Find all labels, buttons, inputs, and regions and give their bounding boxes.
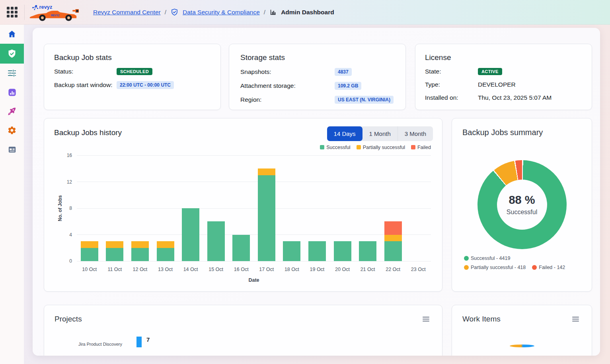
sidebar-item-reports[interactable] [0, 83, 24, 102]
revyz-logo[interactable]: revyz REVYZ [29, 3, 80, 21]
revyz-car-logo-icon: revyz REVYZ [29, 3, 80, 21]
history-x-axis-label: Date [77, 277, 431, 283]
breadcrumb: Revyz Command Center / Data Security & C… [93, 8, 334, 16]
top-header: revyz REVYZ Revyz Command Center / Data … [0, 0, 610, 25]
svg-text:REVYZ: REVYZ [51, 14, 59, 16]
journal-icon [8, 145, 17, 154]
projects-card: Projects Jira Product Discovery 7 [44, 305, 442, 356]
sidebar-item-data-security[interactable] [0, 44, 24, 64]
summary-legend: Successful - 4419Partially successful - … [464, 256, 583, 270]
donut-center: 88 % Successful [497, 180, 547, 230]
summary-legend-item: Failed - 142 [532, 265, 565, 270]
license-installed-label: Installed on: [425, 94, 478, 101]
projects-bar-row: Jira Product Discovery 7 [44, 336, 442, 347]
rocket-icon [7, 106, 17, 116]
status-badge: SCHEDULED [117, 68, 152, 75]
project-bar [136, 337, 142, 347]
bar-chart-square-icon [8, 88, 17, 97]
projects-menu-icon[interactable] [422, 316, 430, 323]
region-value-badge: US EAST (N. VIRGINIA) [335, 96, 394, 104]
shield-check-icon [170, 8, 179, 16]
project-category-label: Jira Product Discovery [44, 342, 122, 347]
backup-jobs-summary-card: Backup Jobs summary 88 % Successful Succ… [452, 118, 592, 292]
breadcrumb-separator: / [165, 9, 166, 16]
work-items-card: Work Items [452, 305, 592, 356]
backup-jobs-summary-title: Backup Jobs summary [462, 128, 543, 137]
app-grid-button[interactable] [7, 7, 18, 17]
license-state-label: State: [425, 68, 478, 75]
backup-window-badge: 22:00 UTC - 00:00 UTC [117, 81, 174, 89]
bar-chart-icon [269, 8, 277, 16]
license-type-value: DEVELOPER [478, 81, 516, 88]
sidebar-item-configuration[interactable] [0, 64, 24, 83]
sidebar [0, 25, 24, 364]
summary-donut-chart: 88 % Successful [477, 160, 567, 249]
backup-job-stats-title: Backup Job stats [54, 53, 210, 62]
work-items-pie-sliver [510, 345, 534, 347]
sidebar-item-launch[interactable] [0, 102, 24, 121]
license-title: License [425, 53, 582, 62]
breadcrumb-separator: / [264, 9, 265, 16]
license-state-badge: ACTIVE [478, 68, 502, 75]
gear-icon [7, 126, 17, 135]
shield-check-icon [7, 48, 17, 59]
header-divider [24, 5, 25, 20]
history-chart-legend: SuccessfulPartially successfulFailed [320, 145, 431, 150]
sidebar-item-settings[interactable] [0, 121, 24, 140]
history-y-ticks: 0481216 [54, 155, 72, 261]
work-items-menu-icon[interactable] [571, 316, 580, 323]
summary-legend-item: Successful - 4419 [464, 256, 583, 261]
main-panel: Backup Job stats Status: SCHEDULED Backu… [33, 28, 600, 356]
history-stacked-bar-chart: No. of Jobs 0481216 10 Oct11 Oct12 Oct13… [54, 153, 434, 284]
attachment-storage-label: Attachment storage: [240, 82, 335, 89]
snapshots-value-badge: 4837 [335, 68, 352, 76]
license-type-label: Type: [425, 81, 478, 88]
project-bar-value: 7 [146, 336, 150, 343]
backup-window-label: Backup start window: [54, 81, 117, 89]
breadcrumb-link-data-security[interactable]: Data Security & Compliance [183, 9, 260, 16]
attachment-storage-value-badge: 109.2 GB [335, 82, 361, 90]
tab-14-days[interactable]: 14 Days [327, 126, 362, 141]
storage-stats-card: Storage stats Snapshots: 4837 Attachment… [229, 44, 406, 110]
svg-text:revyz: revyz [39, 4, 53, 10]
tab-3-month[interactable]: 3 Month [398, 126, 433, 141]
snapshots-label: Snapshots: [240, 68, 335, 76]
backup-jobs-history-card: Backup Jobs history 14 Days 1 Month 3 Mo… [44, 118, 442, 292]
status-label: Status: [54, 68, 117, 75]
region-label: Region: [240, 96, 335, 103]
donut-percent-label: Successful [507, 209, 537, 216]
summary-legend-item: Partially successful - 418 [464, 265, 526, 270]
history-plot-area [77, 155, 431, 261]
work-items-title: Work Items [462, 315, 501, 323]
storage-stats-title: Storage stats [240, 53, 394, 62]
sidebar-item-audit-log[interactable] [0, 140, 24, 159]
breadcrumb-current-admin-dashboard: Admin Dashboard [281, 9, 334, 16]
license-installed-value: Thu, Oct 23, 2025 5:07 AM [478, 94, 552, 101]
donut-percent-value: 88 % [509, 194, 535, 207]
projects-title: Projects [55, 315, 82, 323]
sliders-icon [7, 68, 17, 78]
sidebar-item-home[interactable] [0, 25, 24, 44]
tab-1-month[interactable]: 1 Month [362, 126, 398, 141]
history-x-ticks: 10 Oct11 Oct12 Oct13 Oct14 Oct15 Oct16 O… [77, 267, 431, 273]
home-icon [7, 29, 17, 39]
breadcrumb-link-command-center[interactable]: Revyz Command Center [93, 9, 161, 16]
backup-jobs-history-title: Backup Jobs history [54, 128, 122, 137]
license-card: License State: ACTIVE Type: DEVELOPER In… [415, 44, 592, 110]
backup-job-stats-card: Backup Job stats Status: SCHEDULED Backu… [44, 44, 221, 110]
history-range-tabs: 14 Days 1 Month 3 Month [327, 126, 433, 141]
